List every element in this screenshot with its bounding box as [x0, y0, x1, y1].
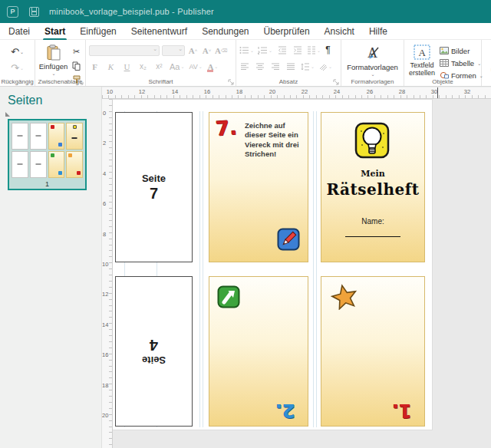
page-label: Seite	[142, 173, 166, 184]
paragraph-dialog-launcher-icon[interactable]	[333, 79, 339, 85]
font-size-select[interactable]	[162, 45, 185, 56]
group-label: Schriftart	[86, 78, 236, 85]
tab-einfuegen[interactable]: Einfügen	[80, 26, 116, 37]
styles-button[interactable]: A Formatvorlagen ⌄	[344, 43, 400, 77]
clipboard-dialog-launcher-icon[interactable]	[77, 79, 84, 85]
draw-textbox-button[interactable]: A Textfeld erstellen	[407, 43, 435, 77]
card-cover[interactable]: Mein Rätselheft Name:	[321, 112, 425, 262]
card-task-1[interactable]: 1.	[321, 276, 425, 427]
workspace: Seiten	[0, 87, 491, 448]
publication-canvas[interactable]: Seite 7 7. Zeichne auf dieser Seite ein …	[113, 99, 491, 448]
pages-panel: Seiten	[0, 87, 102, 448]
task-number: 7.	[215, 117, 238, 139]
group-label: Absatz	[236, 78, 341, 85]
tab-hilfe[interactable]: Hilfe	[369, 26, 387, 37]
group-clipboard: Einfügen ⌄ ✂	[35, 40, 86, 86]
svg-text:A: A	[367, 45, 377, 61]
layout-guide	[199, 111, 200, 427]
font-dialog-launcher-icon[interactable]	[228, 79, 234, 85]
layout-guide	[203, 111, 203, 427]
align-left-button[interactable]	[239, 61, 251, 72]
layout-guide	[313, 111, 314, 427]
textbox-label-line1: Textfeld	[410, 61, 434, 69]
styles-button-label: Formatvorlagen	[347, 63, 398, 71]
page-thumbnail-spread	[12, 123, 83, 178]
decrease-indent-button[interactable]	[276, 44, 288, 56]
group-label: Objekte	[404, 78, 481, 85]
page-seite-7[interactable]: Seite 7	[115, 112, 193, 262]
table-button[interactable]: Tabelle⌄	[440, 58, 483, 68]
shrink-font-button[interactable]: A˅	[201, 44, 213, 56]
underline-button[interactable]: U	[121, 61, 133, 72]
cover-title: Rätselheft	[327, 180, 420, 199]
font-color-button[interactable]: A⌄	[207, 61, 219, 72]
star-icon	[331, 284, 358, 310]
tab-datei[interactable]: Datei	[8, 26, 30, 37]
pictures-icon	[440, 47, 449, 54]
bullets-button[interactable]: ⌄	[239, 44, 254, 56]
numbering-button[interactable]: ⌄	[258, 44, 272, 56]
clear-formatting-button[interactable]: A⌫	[215, 44, 227, 56]
card-task-7[interactable]: 7. Zeichne auf dieser Seite ein Viereck …	[209, 112, 308, 262]
page-seite-4[interactable]: Seite 4	[115, 276, 193, 427]
columns-button[interactable]: ⌄	[307, 44, 321, 56]
copy-button[interactable]	[71, 60, 82, 71]
thumb-panel-white	[30, 151, 47, 178]
thumb-panel-one	[66, 151, 83, 178]
group-label: Formatvorlagen	[341, 78, 404, 85]
shading-button[interactable]: ⌄	[318, 61, 332, 72]
justify-icon	[287, 63, 295, 71]
tab-ueberpruefen[interactable]: Überprüfen	[264, 26, 310, 37]
ribbon-tab-bar: Datei Start Einfügen Seitenentwurf Sendu…	[0, 23, 491, 40]
subscript-button[interactable]: x₂	[137, 61, 149, 72]
card-task-2[interactable]: 2.	[209, 276, 308, 427]
paste-button[interactable]: Einfügen ⌄	[38, 43, 68, 76]
justify-button[interactable]	[285, 61, 297, 72]
cut-button[interactable]: ✂	[71, 46, 82, 58]
page-thumbnail-1[interactable]: 1	[8, 119, 87, 190]
page-number: 4	[150, 337, 158, 354]
increase-indent-icon	[293, 46, 302, 54]
task-number: 2.	[275, 401, 295, 420]
tab-start[interactable]: Start	[44, 26, 65, 37]
show-paragraph-marks-button[interactable]: ¶	[322, 44, 334, 55]
group-objects: A Textfeld erstellen Bilder Tabelle⌄	[404, 40, 482, 86]
group-undo: ↶⌄ ↷⌄ Rückgängig	[0, 40, 35, 86]
grow-font-button[interactable]: A˄	[187, 44, 199, 56]
page-number: 7	[150, 185, 158, 203]
group-font: A˄ A˅ A⌫ F K U x₂ x² Aa⌄ AV⌄ A⌄ Schrifta…	[86, 40, 236, 86]
italic-button[interactable]: K	[105, 61, 117, 72]
redo-button[interactable]: ↷⌄	[8, 62, 27, 74]
group-wrap-text: Zeilen- umbruch	[482, 40, 491, 86]
tab-seitenentwurf[interactable]: Seitenentwurf	[131, 26, 187, 37]
cover-name-line	[345, 236, 400, 237]
publisher-app-icon: P	[7, 6, 18, 18]
arrow-icon	[217, 285, 240, 308]
task-number: 1.	[392, 401, 412, 420]
save-icon[interactable]	[29, 7, 39, 17]
tab-ansicht[interactable]: Ansicht	[325, 26, 354, 37]
line-spacing-button[interactable]: ⌄	[301, 61, 315, 72]
superscript-button[interactable]: x²	[153, 61, 165, 72]
bold-button[interactable]: F	[89, 61, 101, 72]
tab-sendungen[interactable]: Sendungen	[202, 26, 249, 37]
thumb-panel-white	[12, 123, 28, 150]
font-name-select[interactable]	[89, 45, 160, 56]
align-right-button[interactable]	[270, 61, 282, 72]
publisher-window: P minibook_vorlage_beispiel.pub - Publis…	[0, 0, 491, 448]
character-spacing-button[interactable]: AV⌄	[189, 61, 203, 72]
textbox-icon: A	[414, 44, 430, 60]
thumb-panel-task	[48, 123, 65, 150]
thumb-panel-two	[48, 151, 65, 178]
align-center-button[interactable]	[255, 61, 266, 72]
change-case-button[interactable]: Aa⌄	[170, 61, 185, 72]
undo-button[interactable]: ↶⌄	[8, 46, 27, 58]
pictures-button[interactable]: Bilder	[440, 45, 483, 56]
collapse-panel-icon[interactable]	[5, 112, 10, 117]
horizontal-ruler[interactable]: 10 12 14 16 18 20 22 24 26 28 30 32	[102, 87, 491, 99]
wrap-text-button[interactable]: Zeilen- umbruch	[485, 43, 491, 74]
cover-name-label: Name:	[361, 217, 384, 226]
increase-indent-button[interactable]	[292, 44, 303, 56]
vertical-ruler[interactable]: 0 2 4 6 8 10 12 14 16 18 20	[102, 99, 113, 448]
copy-icon	[72, 61, 81, 71]
